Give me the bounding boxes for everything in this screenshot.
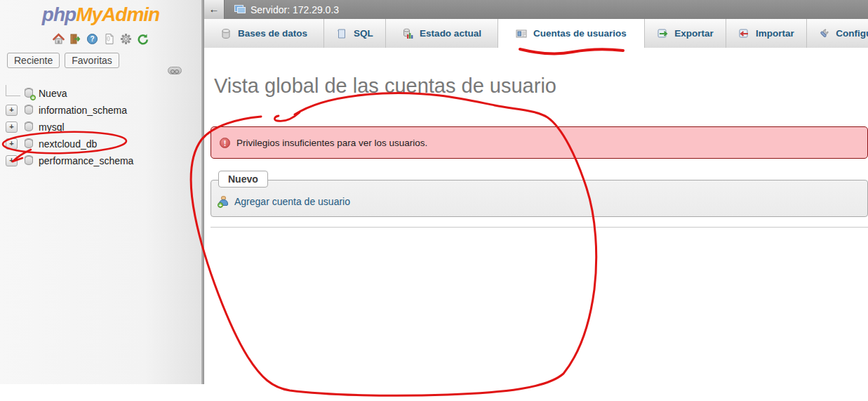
help-icon[interactable]: ? (86, 33, 98, 45)
sidebar-icon-toolbar: ? (0, 32, 201, 45)
tab-label: SQL (354, 28, 373, 39)
main-panel: ← Servidor: 172.29.0.3 Bases de datos SQ… (204, 0, 868, 401)
tree-item-information-schema[interactable]: + information_schema (0, 102, 201, 119)
page-title: Vista global de las cuentas de usuario (214, 74, 868, 98)
expand-icon[interactable]: + (6, 138, 18, 150)
user-accounts-icon (516, 28, 527, 39)
new-database-icon: + (23, 88, 34, 99)
expand-icon[interactable]: + (6, 105, 18, 116)
server-title: Servidor: 172.29.0.3 (251, 4, 339, 15)
content-area: Vista global de las cuentas de usuario !… (204, 48, 868, 401)
tab-sql[interactable]: SQL (324, 19, 386, 48)
tab-configuracion[interactable]: Configuración (807, 19, 868, 48)
documentation-icon[interactable] (103, 33, 115, 45)
tab-label: Cuentas de usuarios (533, 28, 627, 39)
warning-icon: ! (220, 138, 230, 148)
sql-icon (336, 28, 347, 39)
tree-item-label: nextcloud_db (39, 138, 97, 150)
database-icon (23, 121, 34, 133)
tab-estado-actual[interactable]: Estado actual (386, 19, 498, 48)
tab-label: Importar (756, 28, 794, 39)
tab-cuentas-de-usuarios[interactable]: Cuentas de usuarios (498, 19, 645, 48)
logo-myadmin-part: MyAdmin (76, 4, 159, 25)
tab-label: Exportar (674, 28, 714, 39)
tab-importar[interactable]: Importar (726, 19, 807, 48)
database-icon (23, 105, 34, 116)
status-icon (402, 28, 413, 39)
error-message-text: Privilegios insuficientes para ver los u… (236, 138, 427, 148)
tree-item-nextcloud-db[interactable]: + nextcloud_db (0, 136, 201, 152)
tab-label: Estado actual (420, 28, 481, 39)
add-user-icon: + (218, 196, 229, 207)
tab-bar: Bases de datos SQL Estado actual Cuentas… (204, 19, 868, 48)
database-icon (23, 138, 34, 150)
logout-icon[interactable] (69, 33, 81, 45)
expand-icon[interactable]: + (6, 155, 18, 166)
fieldset-legend: Nuevo (218, 171, 268, 188)
phpmyadmin-logo[interactable]: phpMyAdmin (0, 0, 201, 26)
tree-item-label: Nueva (39, 88, 67, 99)
tree-item-label: mysql (39, 121, 65, 133)
expand-icon[interactable]: + (6, 121, 18, 133)
server-icon (234, 5, 246, 14)
wrench-icon (818, 28, 829, 39)
recent-dropdown[interactable]: Reciente (7, 53, 60, 68)
tab-label: Configuración (836, 28, 868, 39)
tree-item-mysql[interactable]: + mysql (0, 119, 201, 136)
refresh-icon[interactable] (137, 33, 149, 45)
database-tree: + Nueva + information_schema + mysql + n… (0, 85, 201, 169)
tab-exportar[interactable]: Exportar (645, 19, 726, 48)
add-user-account-label: Agregar cuenta de usuario (234, 196, 350, 207)
favorites-dropdown[interactable]: Favoritas (65, 53, 119, 68)
settings-gear-icon[interactable] (120, 33, 132, 45)
server-topbar: ← Servidor: 172.29.0.3 (204, 0, 868, 19)
back-button[interactable]: ← (204, 0, 225, 19)
import-icon (738, 28, 749, 39)
home-icon[interactable] (53, 33, 65, 45)
panel-link-icon[interactable] (168, 67, 182, 74)
export-icon (657, 28, 668, 39)
svg-text:?: ? (90, 35, 94, 43)
database-icon (220, 28, 232, 39)
tree-item-performance-schema[interactable]: + performance_schema (0, 152, 201, 169)
logo-php-part: php (42, 4, 76, 25)
quick-access-row: Reciente Favoritas (7, 53, 201, 68)
database-icon (23, 155, 34, 166)
navigation-sidebar: phpMyAdmin ? Reciente Favoritas + Nuev (0, 0, 201, 384)
horizontal-divider (211, 227, 868, 228)
tree-item-label: performance_schema (39, 155, 133, 166)
tab-bases-de-datos[interactable]: Bases de datos (204, 19, 324, 48)
error-message-box: ! Privilegios insuficientes para ver los… (211, 126, 868, 159)
tree-item-new-database[interactable]: + Nueva (0, 85, 201, 102)
tree-item-label: information_schema (39, 105, 127, 116)
tab-label: Bases de datos (238, 28, 307, 39)
new-user-fieldset: Nuevo + Agregar cuenta de usuario (211, 180, 868, 217)
tree-elbow-line (6, 85, 20, 96)
